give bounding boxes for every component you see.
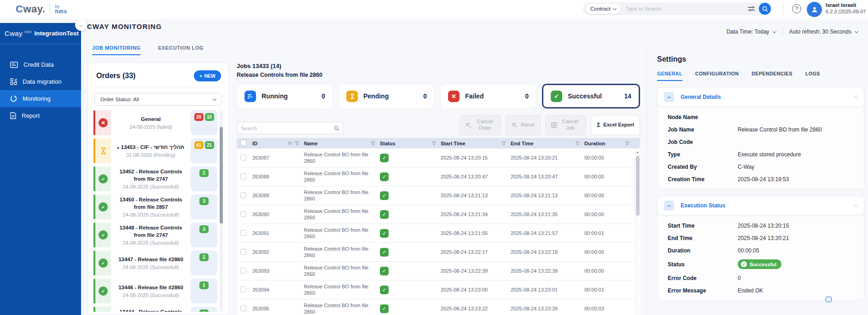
order-item[interactable]: ✓ 13448 - Release Controls from file 274… bbox=[93, 223, 217, 247]
help-icon[interactable]: ? bbox=[792, 4, 801, 13]
status-card-successful[interactable]: ✓ Successful 14 bbox=[542, 84, 640, 109]
orders-scrollbar[interactable] bbox=[220, 110, 223, 312]
rerun-label: Rerun bbox=[521, 122, 535, 128]
tab-configuration[interactable]: CONFIGURATION bbox=[695, 71, 739, 81]
row-checkbox[interactable] bbox=[240, 286, 246, 292]
table-scrollbar[interactable]: ▲ bbox=[635, 149, 640, 315]
row-checkbox[interactable] bbox=[240, 173, 246, 179]
cell-end-time: 2025-08-24 13:21:13 bbox=[511, 193, 584, 198]
column-name[interactable]: Name bbox=[304, 141, 318, 146]
excel-export-button[interactable]: Σ Excel Export bbox=[591, 115, 640, 135]
column-end-time[interactable]: End Time bbox=[511, 141, 533, 146]
scrollbar-thumb[interactable] bbox=[220, 127, 223, 223]
row-checkbox[interactable] bbox=[240, 268, 246, 274]
order-item[interactable]: ✓ 13447 - Release file #2860 24-08-2025 … bbox=[93, 251, 217, 275]
topbar-divider bbox=[783, 4, 783, 15]
collapse-minus-icon[interactable]: − bbox=[664, 92, 674, 102]
order-title: 13444 - Release Controls from file 2860 bbox=[114, 309, 188, 312]
tab-execution-log[interactable]: EXECUTION LOG bbox=[158, 45, 204, 55]
status-card-running[interactable]: Running 0 bbox=[237, 84, 333, 109]
column-id[interactable]: ID bbox=[252, 141, 257, 146]
jobs-search-input[interactable] bbox=[241, 126, 334, 131]
order-item[interactable]: ✓ 13446 - Release file #2860 24-08-2025 … bbox=[93, 279, 217, 304]
table-row[interactable]: 263095 Release Control BO from file 2860… bbox=[237, 299, 640, 315]
status-card-count: 0 bbox=[525, 92, 529, 100]
table-row[interactable]: 263088 Release Control BO from file 2860… bbox=[237, 167, 640, 186]
sidebar-item-data-migration[interactable]: Data migration bbox=[0, 73, 81, 90]
data-time-dropdown[interactable]: Data Time: Today bbox=[726, 29, 775, 35]
row-checkbox[interactable] bbox=[240, 155, 246, 160]
search-category-value: Contract bbox=[590, 6, 610, 11]
tab-general[interactable]: GENERAL bbox=[657, 71, 682, 81]
column-duration[interactable]: Duration bbox=[584, 141, 605, 146]
cell-id: 263088 bbox=[252, 174, 304, 179]
column-start-time[interactable]: Start Time bbox=[441, 141, 466, 146]
table-row[interactable]: 263089 Release Control BO from file 2860… bbox=[237, 186, 640, 205]
table-row[interactable]: 263090 Release Control BO from file 2860… bbox=[237, 205, 640, 224]
search-button[interactable] bbox=[759, 3, 771, 15]
header-controls: Data Time: Today Auto refresh: 30 Second… bbox=[726, 28, 858, 36]
order-item[interactable]: ✓ 13452 - Release Controls from file 274… bbox=[93, 166, 217, 191]
field-value: 00:00:05 bbox=[738, 247, 759, 254]
row-checkbox[interactable] bbox=[240, 305, 246, 311]
orders-panel: Orders (33) + NEW Order Status: All ✕ Ge… bbox=[87, 63, 229, 315]
field-label: Created By bbox=[668, 164, 738, 170]
order-status-filter[interactable]: Order Status: All bbox=[94, 93, 222, 106]
row-checkbox[interactable] bbox=[240, 211, 246, 217]
table-row[interactable]: 263094 Release Control BO from file 2860… bbox=[237, 281, 640, 299]
sidebar-item-monitoring[interactable]: Monitoring bbox=[0, 90, 81, 107]
search-input[interactable] bbox=[621, 6, 748, 11]
tab-job-monitoring[interactable]: JOB MONITORING bbox=[92, 45, 140, 55]
order-badges: 41 21 bbox=[191, 138, 217, 163]
collapse-minus-icon[interactable]: − bbox=[664, 200, 674, 211]
sidebar-item-credit-data[interactable]: Credit Data bbox=[0, 56, 81, 73]
search-category-dropdown[interactable]: Contract bbox=[586, 4, 621, 14]
cancel-order-button[interactable]: Cancel Order bbox=[460, 115, 501, 135]
rerun-button[interactable]: Rerun bbox=[506, 115, 541, 135]
sidebar-item-report[interactable]: Report bbox=[0, 107, 81, 124]
filter-sliders-icon[interactable] bbox=[748, 6, 755, 12]
new-order-button[interactable]: + NEW bbox=[194, 70, 221, 81]
sidebar-collapse-button[interactable]: ← bbox=[75, 19, 87, 31]
table-row[interactable]: 263093 Release Control BO from file 2860… bbox=[237, 262, 640, 281]
user-avatar[interactable] bbox=[807, 2, 822, 17]
success-count-badge: 1 bbox=[199, 281, 209, 289]
status-card-failed[interactable]: ✕ Failed 0 bbox=[440, 84, 536, 109]
cell-name: Release Control BO from file 2860 bbox=[304, 264, 380, 278]
order-item[interactable]: ✓ 13450 - Release Controls from file 285… bbox=[93, 195, 217, 219]
tab-dependencies[interactable]: DEPENDENCIES bbox=[751, 71, 792, 81]
table-row[interactable]: 263092 Release Control BO from file 2860… bbox=[237, 243, 640, 262]
question-glyph: ? bbox=[795, 6, 798, 12]
row-checkbox[interactable] bbox=[240, 230, 246, 236]
general-details-header[interactable]: − General Details bbox=[657, 87, 864, 107]
execution-status-header[interactable]: − Execution Status bbox=[657, 196, 864, 215]
cell-id: 263087 bbox=[252, 155, 304, 160]
order-item[interactable]: ▸13453 - CIF - תהליך חודשי 31-08-2020 (P… bbox=[93, 138, 217, 163]
auto-refresh-dropdown[interactable]: Auto refresh: 30 Seconds bbox=[789, 29, 858, 35]
select-all-checkbox[interactable] bbox=[240, 140, 246, 146]
cell-id: 263094 bbox=[252, 287, 304, 292]
column-status[interactable]: Status bbox=[380, 141, 396, 146]
scroll-up-arrow[interactable]: ▲ bbox=[635, 149, 640, 154]
failed-count-badge: 20 bbox=[194, 113, 204, 121]
table-row[interactable]: 263087 Release Control BO from file 2860… bbox=[237, 149, 640, 167]
row-checkbox[interactable] bbox=[240, 249, 246, 255]
status-card-label: Pending bbox=[363, 92, 389, 100]
success-count-badge: 21 bbox=[205, 141, 214, 149]
tab-logs[interactable]: LOGS bbox=[805, 71, 820, 81]
order-item[interactable]: ✓ 13444 - Release Controls from file 286… bbox=[93, 307, 217, 312]
status-card-pending[interactable]: Pending 0 bbox=[338, 84, 435, 109]
order-item[interactable]: ✕ General 24-08-2025 (failed) 20 10 bbox=[93, 110, 217, 135]
cancel-order-icon bbox=[466, 123, 472, 128]
cancel-job-button[interactable]: Cancel Job bbox=[545, 115, 586, 135]
table-row[interactable]: 263091 Release Control BO from file 2860… bbox=[237, 224, 640, 243]
chevron-down-icon bbox=[855, 29, 858, 33]
order-title: 13446 - Release file #2860 bbox=[114, 284, 188, 292]
cell-end-time: 2025-08-24 13:20:21 bbox=[511, 155, 584, 160]
scrollbar-thumb[interactable] bbox=[636, 156, 640, 216]
row-checkbox[interactable] bbox=[240, 192, 246, 198]
field-value: Ended OK bbox=[738, 287, 763, 294]
expand-arrow-icon[interactable]: ▸ bbox=[117, 145, 120, 150]
copy-icon[interactable] bbox=[826, 297, 832, 302]
cell-name: Release Control BO from file 2860 bbox=[304, 302, 380, 315]
